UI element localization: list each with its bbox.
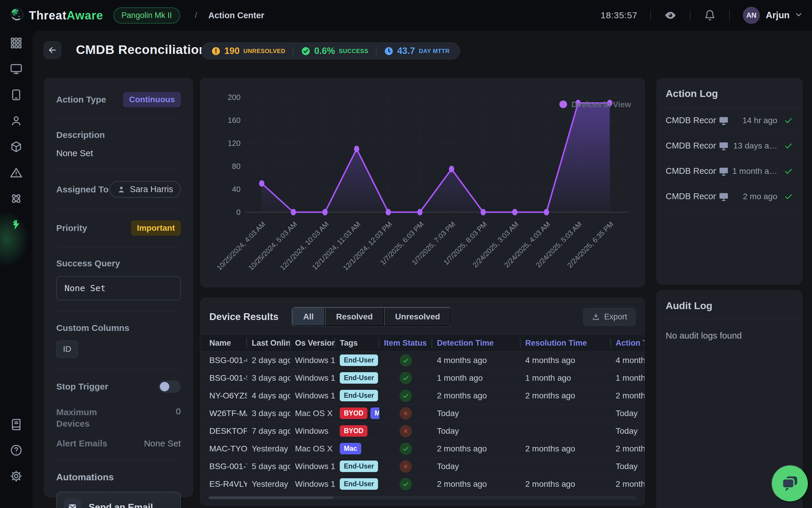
chat-widget-button[interactable] <box>771 465 808 502</box>
table-row[interactable]: NY-O6YZS4 days agoWindows 11End-User2 mo… <box>200 387 644 405</box>
audit-log-empty-message: No audit logs found <box>657 320 802 351</box>
column-header-action-time[interactable]: Action Time <box>611 338 644 348</box>
divider <box>293 47 293 55</box>
sidebar-item-devices monitor-icon[interactable] <box>10 62 23 76</box>
sidebar-item-integrations atom-icon[interactable] <box>10 192 23 205</box>
sidebar-item-users person-icon[interactable] <box>10 114 23 127</box>
stat-success: 0.6%SUCCESS <box>301 46 368 56</box>
cell-resolution-time: 1 month ago <box>521 373 611 383</box>
cell-detection-time: 2 months ago <box>432 479 521 489</box>
status-resolved-icon <box>399 389 412 402</box>
cell-os-version: Windows 10 <box>290 373 335 383</box>
sidebar-item-help help-icon[interactable] <box>10 444 23 457</box>
assigned-to-label: Assigned To <box>56 184 109 195</box>
status-unresolved-icon <box>399 460 412 473</box>
tab-resolved[interactable]: Resolved <box>325 307 384 326</box>
tab-unresolved[interactable]: Unresolved <box>384 307 451 326</box>
cell-name: MAC-TYOHI <box>209 444 247 454</box>
breadcrumb-separator: / <box>195 11 197 20</box>
cell-action-time: 2 months ago <box>611 444 644 454</box>
column-header-tags[interactable]: Tags <box>335 338 379 348</box>
action-log-title: Action Log <box>657 78 802 108</box>
stop-trigger-toggle[interactable] <box>158 380 181 393</box>
table-row[interactable]: W26TF-MAC3 days agoMac OS XBYODMacTodayT… <box>200 405 644 422</box>
cell-tags: BYOD <box>335 425 379 437</box>
tag-end-user: End-User <box>340 461 378 472</box>
alert-emails-label: Alert Emails <box>56 437 107 449</box>
sidebar-item-settings gear-icon[interactable] <box>10 470 23 483</box>
cell-last-online: 2 days ago <box>247 356 290 365</box>
custom-column-chip[interactable]: ID <box>56 341 78 358</box>
horizontal-scrollbar[interactable] <box>208 496 637 500</box>
sidebar-item-apps grid-icon[interactable] <box>10 37 23 49</box>
success-query-input[interactable]: None Set <box>56 276 181 300</box>
cell-name: BSG-001-Q6 <box>209 356 247 365</box>
cell-action-time: 4 months ago <box>611 356 644 365</box>
environment-badge[interactable]: Pangolin Mk II <box>113 7 180 24</box>
brand-logo[interactable]: ThreatAware <box>10 8 103 23</box>
cell-last-online: 3 days ago <box>247 409 290 418</box>
tag-end-user: End-User <box>340 478 378 490</box>
table-row[interactable]: BSG-001-Q62 days agoWindows 10End-User4 … <box>200 351 644 369</box>
column-header-resolution-time[interactable]: Resolution Time <box>521 338 611 348</box>
cell-detection-time: Today <box>432 426 521 436</box>
breadcrumb[interactable]: Action Center <box>208 11 264 20</box>
svg-text:200: 200 <box>228 93 241 102</box>
column-header-name[interactable]: Name <box>209 338 247 348</box>
sidebar-item-docs book-icon[interactable] <box>10 418 23 431</box>
column-header-os-version[interactable]: Os Version <box>290 338 335 348</box>
action-log-entry[interactable]: CMDB Recon…2 mo ago <box>657 184 802 209</box>
status-resolved-icon <box>399 372 412 384</box>
table-row[interactable]: BSG-001-Y75 days agoWindows 11End-UserTo… <box>200 458 644 475</box>
cell-os-version: Windows <box>290 426 335 436</box>
tab-all[interactable]: All <box>292 307 325 326</box>
cell-tags: BYODMac <box>335 408 379 419</box>
cell-name: BSG-001-5C <box>209 373 247 383</box>
brand-name: ThreatAware <box>29 9 103 22</box>
sidebar-item-assets cube-icon[interactable] <box>10 140 23 153</box>
cell-tags: Mac <box>335 443 379 454</box>
cell-name: DESKTOP-S <box>209 426 247 436</box>
table-row[interactable]: ES-R4VLYYesterdayWindows 11End-User2 mon… <box>200 475 644 493</box>
table-row[interactable]: DESKTOP-S7 days agoWindowsBYODTodayToday <box>200 422 644 440</box>
action-log-entry[interactable]: CMDB Recon…1 month a… <box>657 159 802 184</box>
sidebar-item-alerts warning-icon[interactable] <box>10 166 23 179</box>
sidebar-item-mobile tablet-icon[interactable] <box>10 88 23 101</box>
mail-icon <box>64 499 81 508</box>
action-type-label: Action Type <box>56 95 106 104</box>
cell-last-online: Yesterday <box>247 479 290 489</box>
cell-detection-time: 2 months ago <box>432 391 521 400</box>
action-log-entry[interactable]: CMDB Recon…14 hr ago <box>657 108 802 133</box>
back-button[interactable] <box>44 41 61 59</box>
sidebar-item-actions bolt-icon[interactable] <box>10 218 23 231</box>
cell-action-time: Today <box>611 426 644 436</box>
assignee-pill[interactable]: Sara Harris <box>109 181 181 198</box>
action-log-entry[interactable]: CMDB Recon…13 days a… <box>657 133 802 159</box>
eye-icon[interactable] <box>664 9 677 22</box>
stat-unresolved: 190UNRESOLVED <box>211 46 285 56</box>
table-row[interactable]: BSG-001-5C3 days agoWindows 10End-User1 … <box>200 369 644 387</box>
chevron-down-icon[interactable] <box>794 10 803 20</box>
table-row[interactable]: MAC-TYOHIYesterdayMac OS X 10Mac2 months… <box>200 440 644 458</box>
log-entry-time: 13 days a… <box>729 141 784 151</box>
avatar[interactable]: AN <box>743 7 760 24</box>
divider <box>690 10 690 20</box>
action-log-list: CMDB Recon…14 hr agoCMDB Recon…13 days a… <box>657 108 802 209</box>
table-body: BSG-001-Q62 days agoWindows 10End-User4 … <box>200 351 644 493</box>
log-entry-name: CMDB Recon… <box>666 192 716 201</box>
cell-item-status <box>379 425 432 437</box>
bell-icon[interactable] <box>703 9 716 22</box>
cell-os-version: Windows 11 <box>290 462 335 471</box>
divider <box>650 10 651 20</box>
cell-action-time: 1 month ago <box>611 373 644 383</box>
scrollbar-thumb[interactable] <box>209 497 333 499</box>
divider <box>729 10 730 20</box>
svg-text:80: 80 <box>232 162 241 171</box>
column-header-detection-time[interactable]: Detection Time <box>432 338 521 348</box>
column-header-last-online[interactable]: Last Online <box>247 338 290 348</box>
status-resolved-icon <box>399 478 412 490</box>
export-button[interactable]: Export <box>583 308 636 326</box>
send-email-button[interactable]: Send an Email <box>56 492 181 508</box>
svg-text:0: 0 <box>236 208 241 217</box>
column-header-item-status[interactable]: Item Status <box>379 338 432 348</box>
